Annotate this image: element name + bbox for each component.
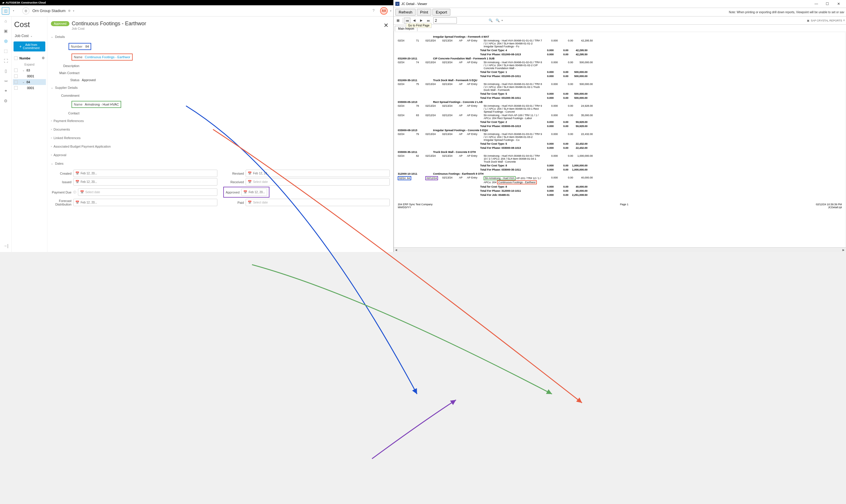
chat-icon[interactable]: ◎ — [3, 38, 9, 44]
tree-row-83[interactable]: ⌄ 83 — [13, 67, 46, 73]
paid-input[interactable]: 📅Select date — [246, 199, 390, 206]
jobcost-dropdown[interactable]: Job Cost ⌄ — [13, 33, 46, 39]
name-value[interactable]: Continuous Footings - Earthwor — [85, 55, 130, 59]
calendar-icon: 📅 — [80, 190, 84, 194]
section-dates[interactable]: ⌄Dates — [51, 159, 390, 168]
report-phase-row: 033000-05-1013Rect Spread Footings - Con… — [398, 100, 842, 104]
scroll-right-icon[interactable]: ▶ — [841, 249, 846, 251]
row-checkbox[interactable] — [14, 80, 18, 84]
binoculars-icon[interactable]: ⛶ — [3, 58, 9, 64]
tree-row-84[interactable]: ⌄ 84 — [13, 79, 46, 85]
export-button[interactable]: Export — [433, 9, 451, 16]
expand-link[interactable]: Expand — [13, 62, 46, 67]
close-icon[interactable]: ✕ — [833, 1, 844, 7]
row-checkbox[interactable] — [14, 69, 18, 72]
report-area[interactable]: Irregular Spread Footings - Formwork 4 M… — [393, 31, 846, 247]
status-label: Status — [51, 78, 82, 82]
add-from-commitment-button[interactable]: + Add fromCommitment — [14, 41, 45, 52]
collapse-icon[interactable]: →| — [3, 242, 9, 249]
created-input[interactable]: 📅Feb 12, 20... — [73, 170, 217, 177]
calendar-icon: 📅 — [243, 190, 247, 194]
report-total-row: Total For Job: 00498-01 0.0000.002,251,0… — [398, 193, 842, 197]
chevron-right-icon: › — [51, 154, 52, 157]
layout-icon[interactable]: ◫ — [2, 7, 10, 15]
scroll-left-icon[interactable]: ◀ — [393, 249, 398, 251]
row-checkbox[interactable] — [14, 74, 18, 78]
revised-input[interactable]: 📅Feb 12, 20... — [246, 170, 390, 177]
section-details[interactable]: ⌄ Details — [51, 33, 390, 41]
window-title: JC Detail - Viewer — [401, 2, 427, 5]
section-linked-refs[interactable]: ›Linked References — [51, 134, 390, 142]
chevron-down-icon[interactable]: ⌄ — [22, 80, 25, 84]
box-icon[interactable]: ⬚ — [3, 48, 9, 54]
camera-icon[interactable]: ▣ — [3, 28, 9, 34]
print-button[interactable]: Print — [417, 9, 431, 16]
received-input[interactable]: 📅Select date — [246, 178, 390, 185]
avatar-dropdown-icon[interactable]: ▾ — [390, 10, 391, 12]
payment-due-input[interactable]: 📅Select date — [78, 188, 217, 196]
calendar-icon: 📅 — [248, 172, 252, 175]
viewer-note: Note: When printing or exporting drill d… — [729, 11, 844, 14]
page-input[interactable] — [433, 17, 457, 23]
tree-toggle-icon[interactable]: ▦ — [395, 18, 401, 23]
globe-icon[interactable]: ⊚ — [22, 7, 30, 14]
file-icon[interactable]: ▯ — [3, 68, 9, 74]
dates-grid: Created📅Feb 12, 20... Revised📅Feb 12, 20… — [51, 168, 390, 206]
viewer-toolbar: Refresh Print Export Note: When printing… — [393, 8, 846, 16]
section-approval[interactable]: ›Approval — [51, 151, 390, 159]
layout-dropdown-icon[interactable]: ▾ — [12, 10, 15, 12]
report-phase-row: 033000-35-1011Truck Dock Wall - Concrete… — [398, 150, 842, 154]
top-toolbar: ◫ ▾ ⊚ Orn Group Stadium ⊕ ▾ ? AA ▾ — [0, 5, 393, 16]
first-page-icon[interactable]: ⏮ — [404, 18, 410, 23]
project-dropdown-icon[interactable]: ▾ — [73, 10, 74, 12]
supplier-name-label: Name — [74, 103, 82, 106]
link-icon[interactable]: ⫘ — [3, 78, 9, 84]
horizontal-scrollbar[interactable]: ◀ ▶ — [393, 247, 846, 252]
row-checkbox[interactable] — [14, 86, 18, 90]
column-header-label: Numbe — [19, 56, 30, 60]
select-all-checkbox[interactable] — [14, 56, 18, 60]
section-supplier[interactable]: ⌄ Supplier Details — [51, 84, 390, 92]
approved-input[interactable]: 📅Feb 12, 20... — [241, 188, 267, 196]
name-field-highlight: Name Continuous Footings - Earthwor — [71, 54, 133, 60]
report-entry-row: 02/247102/13/2402/13/24APAP Entry 59 Arm… — [398, 39, 842, 48]
gear-icon[interactable]: ⚙ — [42, 56, 45, 60]
brand-text: AUTODESK Construction Cloud — [5, 1, 46, 4]
contact-label: Contact — [51, 111, 82, 115]
plus-icon: + — [19, 44, 22, 49]
calendar-icon: 📅 — [75, 180, 80, 184]
next-page-icon[interactable]: ▶ — [418, 18, 424, 23]
home-icon[interactable]: ⌂ — [3, 18, 9, 24]
zoom-icon[interactable]: 🔍 — [494, 18, 501, 23]
forecast-input[interactable]: 📅Feb 12, 20... — [73, 199, 217, 206]
project-name[interactable]: Orn Group Stadium — [32, 8, 66, 13]
settings-icon[interactable]: ⚙ — [3, 97, 9, 104]
refresh-button[interactable]: Refresh — [395, 9, 416, 16]
column-header: Numbe ⚙ — [13, 54, 46, 62]
zoom-dropdown-icon[interactable]: ▾ — [501, 19, 503, 22]
minimize-icon[interactable]: — — [811, 1, 822, 7]
window-titlebar: V JC Detail - Viewer — ☐ ✕ — [393, 0, 846, 8]
revised-label: Revised — [223, 172, 244, 175]
avatar[interactable]: AA — [380, 7, 388, 15]
chevron-right-icon: › — [51, 137, 52, 139]
help-icon[interactable]: ? — [372, 8, 378, 14]
section-documents[interactable]: ›Documents — [51, 125, 390, 134]
close-icon[interactable]: ✕ — [383, 21, 390, 30]
tree-row-84-child[interactable]: 0001 — [13, 85, 46, 91]
chevron-right-icon: › — [51, 145, 52, 148]
maximize-icon[interactable]: ☐ — [822, 1, 833, 7]
report-highlighted-row: 02/24 84 02/12/2402/13/24APAP Entry 59 A… — [398, 176, 842, 185]
section-assoc-budget[interactable]: ›Associated Budget Payment Application — [51, 142, 390, 151]
people-icon[interactable]: ⚭ — [3, 88, 9, 94]
chevron-down-icon[interactable]: ⌄ — [22, 69, 25, 72]
search-icon[interactable]: 🔍 — [488, 18, 494, 23]
tree-row-83-child[interactable]: 0001 — [13, 73, 46, 79]
last-page-icon[interactable]: ⏭ — [425, 18, 431, 23]
report-total-row: Total for Cost Type: 5 0.0000.0022,432.0… — [398, 142, 842, 146]
prev-page-icon[interactable]: ◀ — [411, 18, 418, 23]
section-payment-refs[interactable]: ›Payment References — [51, 117, 390, 125]
approved-date-highlight: Approved📅Feb 12, 20... — [223, 187, 269, 198]
report-total-row: Total For Phase: 031000-08-1013 0.0000.0… — [398, 52, 842, 56]
issued-input[interactable]: 📅Feb 12, 20... — [73, 178, 217, 185]
